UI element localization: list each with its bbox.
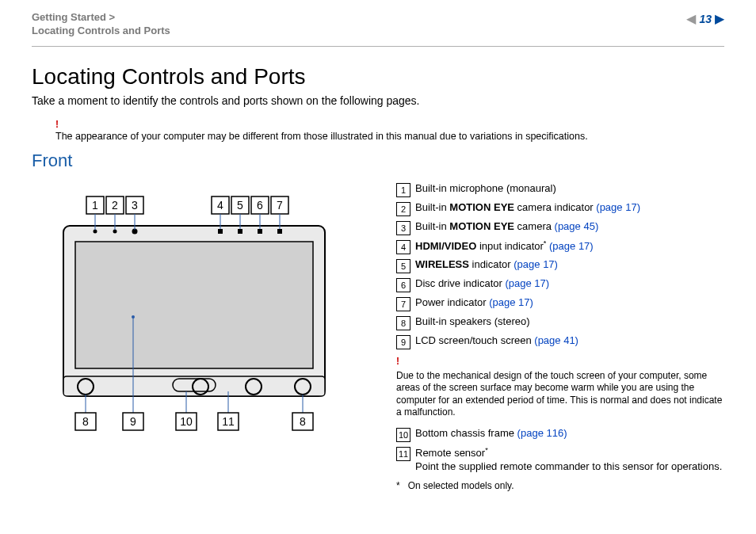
item-10: 10 Bottom chassis frame (page 116)	[396, 427, 724, 442]
page-link[interactable]: (page 17)	[596, 201, 640, 213]
page-title: Locating Controls and Ports	[32, 64, 724, 90]
item-list: 1Built-in microphone (monaural)2Built-in…	[396, 182, 724, 491]
item-5-text: WIRELESS indicator (page 17)	[415, 258, 558, 272]
item-3-text: Built-in MOTION EYE camera (page 45)	[415, 220, 598, 234]
page-link[interactable]: (page 45)	[555, 220, 599, 232]
warning-icon: !	[55, 119, 59, 130]
svg-rect-22	[238, 229, 242, 234]
svg-rect-24	[277, 229, 282, 234]
page-link[interactable]: (page 17)	[489, 296, 533, 308]
item-3: 3Built-in MOTION EYE camera (page 45)	[396, 220, 724, 235]
item-2: 2Built-in MOTION EYE camera indicator (p…	[396, 201, 724, 216]
numbox-6: 6	[396, 278, 410, 292]
svg-text:8: 8	[82, 415, 89, 428]
item-8: 8Built-in speakers (stereo)	[396, 315, 724, 330]
item-6: 6Disc drive indicator (page 17)	[396, 277, 724, 292]
svg-text:2: 2	[112, 199, 118, 212]
item-4: 4HDMI/VIDEO input indicator* (page 17)	[396, 239, 724, 254]
breadcrumb-line1: Getting Started >	[32, 11, 170, 25]
svg-rect-17	[173, 379, 216, 391]
svg-text:5: 5	[237, 199, 243, 212]
svg-text:9: 9	[130, 415, 136, 428]
warning-icon: !	[396, 356, 724, 368]
numbox-2: 2	[396, 202, 410, 216]
svg-rect-23	[258, 229, 262, 234]
item-6-text: Disc drive indicator (page 17)	[415, 277, 549, 291]
intro-text: Take a moment to identify the controls a…	[32, 94, 724, 107]
item-7-text: Power indicator (page 17)	[415, 296, 533, 310]
svg-text:6: 6	[257, 199, 263, 212]
page-number: 13	[699, 13, 712, 25]
header: Getting Started > Locating Controls and …	[32, 11, 724, 47]
numbox-9: 9	[396, 335, 410, 349]
breadcrumb: Getting Started > Locating Controls and …	[32, 11, 170, 38]
item-4-text: HDMI/VIDEO input indicator* (page 17)	[415, 239, 594, 254]
item-9: 9LCD screen/touch screen (page 41)	[396, 334, 724, 349]
item-7: 7Power indicator (page 17)	[396, 296, 724, 311]
item-1-text: Built-in microphone (monaural)	[415, 182, 556, 196]
warning-text: Due to the mechanical design of the touc…	[396, 370, 722, 418]
numbox-3: 3	[396, 221, 410, 235]
numbox-7: 7	[396, 297, 410, 311]
section-heading: Front	[32, 151, 724, 171]
svg-text:11: 11	[222, 415, 235, 428]
next-page-icon[interactable]: ▶	[715, 11, 724, 26]
appearance-note-text: The appearance of your computer may be d…	[55, 131, 588, 142]
numbox-11: 11	[396, 447, 410, 461]
item-11-text: Remote sensor* Point the supplied remote…	[415, 446, 722, 474]
svg-point-19	[113, 230, 117, 234]
item-2-text: Built-in MOTION EYE camera indicator (pa…	[415, 201, 640, 215]
numbox-10: 10	[396, 428, 410, 442]
appearance-note: ! The appearance of your computer may be…	[55, 118, 724, 143]
svg-text:1: 1	[92, 199, 98, 212]
diagram: 1234567	[32, 182, 372, 438]
numbox-4: 4	[396, 240, 410, 254]
page-link[interactable]: (page 17)	[505, 277, 549, 289]
svg-rect-21	[218, 229, 223, 234]
svg-text:7: 7	[277, 199, 283, 212]
page-nav: ◀ 13 ▶	[686, 11, 724, 26]
svg-text:4: 4	[217, 199, 223, 212]
item-5: 5WIRELESS indicator (page 17)	[396, 258, 724, 273]
item-8-text: Built-in speakers (stereo)	[415, 315, 530, 329]
touch-screen-warning: ! Due to the mechanical design of the to…	[396, 356, 724, 419]
svg-rect-15	[75, 242, 313, 368]
item-11-desc: Point the supplied remote commander to t…	[415, 460, 722, 472]
numbox-5: 5	[396, 259, 410, 273]
footnote-text: On selected models only.	[408, 480, 514, 491]
page-link[interactable]: (page 17)	[549, 240, 594, 252]
item-9-text: LCD screen/touch screen (page 41)	[415, 334, 578, 348]
svg-text:10: 10	[180, 415, 193, 428]
svg-text:8: 8	[300, 415, 306, 428]
item-11: 11 Remote sensor* Point the supplied rem…	[396, 446, 724, 474]
page-link[interactable]: (page 17)	[514, 258, 558, 270]
page-link[interactable]: (page 41)	[534, 334, 578, 346]
prev-page-icon[interactable]: ◀	[686, 11, 696, 26]
numbox-1: 1	[396, 183, 410, 197]
page-link[interactable]: (page 116)	[517, 427, 567, 439]
item-1: 1Built-in microphone (monaural)	[396, 182, 724, 197]
footnote: * On selected models only.	[396, 480, 724, 491]
breadcrumb-line2: Locating Controls and Ports	[32, 25, 170, 38]
numbox-8: 8	[396, 316, 410, 330]
footnote-mark: *	[396, 480, 400, 491]
monitor-diagram: 1234567	[32, 182, 372, 436]
svg-point-18	[94, 230, 97, 234]
svg-text:3: 3	[132, 199, 138, 212]
svg-point-37	[132, 315, 135, 318]
item-10-text: Bottom chassis frame (page 116)	[415, 427, 567, 441]
